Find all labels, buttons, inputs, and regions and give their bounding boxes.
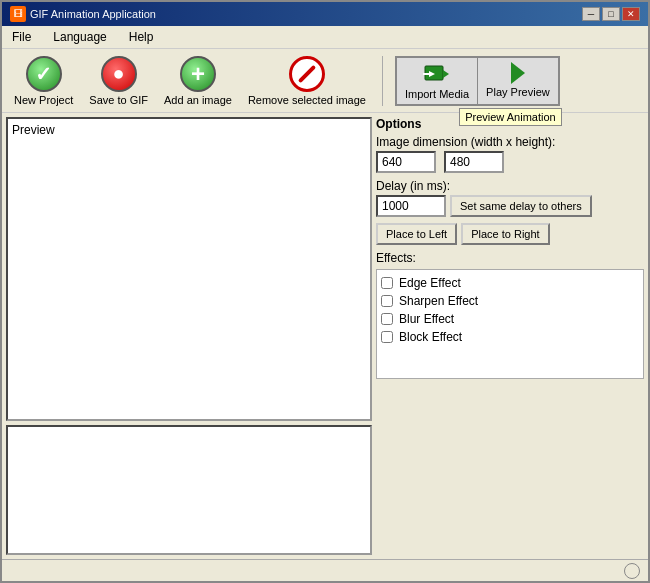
block-effect-label: Block Effect (399, 330, 462, 344)
play-preview-label: Play Preview (486, 86, 550, 98)
block-effect-checkbox[interactable] (381, 331, 393, 343)
window-title: GIF Animation Application (30, 8, 156, 20)
app-icon: 🎞 (10, 6, 26, 22)
dimension-row (376, 151, 644, 173)
title-controls: ─ □ ✕ (582, 7, 640, 21)
blur-effect-checkbox[interactable] (381, 313, 393, 325)
edge-effect-checkbox[interactable] (381, 277, 393, 289)
remove-image-label: Remove selected image (248, 94, 366, 106)
new-project-button[interactable]: ✓ New Project (10, 54, 77, 108)
place-right-button[interactable]: Place to Right (461, 223, 549, 245)
title-bar: 🎞 GIF Animation Application ─ □ ✕ (2, 2, 648, 26)
import-preview-group: Import Media Play Preview (395, 56, 560, 106)
menu-bar: File Language Help (2, 26, 648, 49)
list-item: Edge Effect (381, 274, 639, 292)
right-panel: Options Image dimension (width x height)… (376, 117, 644, 555)
close-button[interactable]: ✕ (622, 7, 640, 21)
import-media-button[interactable]: Import Media (397, 58, 478, 104)
save-icon: ● (101, 56, 137, 92)
svg-marker-1 (443, 70, 449, 78)
effects-label: Effects: (376, 251, 644, 265)
effects-list: Edge Effect Sharpen Effect Blur Effect B… (376, 269, 644, 379)
status-icon (624, 563, 640, 579)
delay-input[interactable] (376, 195, 446, 217)
menu-file[interactable]: File (6, 28, 37, 46)
filmstrip-area (6, 425, 372, 555)
play-preview-icon (511, 62, 525, 84)
sharpen-effect-checkbox[interactable] (381, 295, 393, 307)
list-item: Blur Effect (381, 310, 639, 328)
import-media-icon (423, 62, 451, 86)
add-image-label: Add an image (164, 94, 232, 106)
height-input[interactable] (444, 151, 504, 173)
delay-label: Delay (in ms): (376, 179, 644, 193)
status-bar (2, 559, 648, 581)
left-panel: Preview (6, 117, 372, 555)
remove-image-button[interactable]: Remove selected image (244, 54, 370, 108)
play-preview-button[interactable]: Play Preview (478, 58, 558, 104)
options-section: Options Image dimension (width x height)… (376, 117, 644, 379)
place-left-button[interactable]: Place to Left (376, 223, 457, 245)
delay-row: Set same delay to others (376, 195, 644, 217)
width-input[interactable] (376, 151, 436, 173)
add-image-icon: + (180, 56, 216, 92)
title-bar-left: 🎞 GIF Animation Application (10, 6, 156, 22)
list-item: Block Effect (381, 328, 639, 346)
minimize-button[interactable]: ─ (582, 7, 600, 21)
set-delay-button[interactable]: Set same delay to others (450, 195, 592, 217)
main-window: 🎞 GIF Animation Application ─ □ ✕ File L… (0, 0, 650, 583)
preview-label: Preview (12, 123, 366, 137)
dimension-label: Image dimension (width x height): (376, 135, 644, 149)
place-row: Place to Left Place to Right (376, 223, 644, 245)
save-to-gif-label: Save to GIF (89, 94, 148, 106)
remove-image-icon (289, 56, 325, 92)
menu-help[interactable]: Help (123, 28, 160, 46)
menu-language[interactable]: Language (47, 28, 112, 46)
toolbar-separator (382, 56, 383, 106)
add-image-button[interactable]: + Add an image (160, 54, 236, 108)
toolbar: ✓ New Project ● Save to GIF + Add an ima… (2, 49, 648, 113)
blur-effect-label: Blur Effect (399, 312, 454, 326)
sharpen-effect-label: Sharpen Effect (399, 294, 478, 308)
save-to-gif-button[interactable]: ● Save to GIF (85, 54, 152, 108)
main-content: Preview Options Image dimension (width x… (2, 113, 648, 559)
preview-area: Preview (6, 117, 372, 421)
list-item: Sharpen Effect (381, 292, 639, 310)
preview-animation-tooltip: Preview Animation (459, 108, 562, 126)
new-project-label: New Project (14, 94, 73, 106)
new-project-icon: ✓ (26, 56, 62, 92)
import-media-label: Import Media (405, 88, 469, 100)
maximize-button[interactable]: □ (602, 7, 620, 21)
edge-effect-label: Edge Effect (399, 276, 461, 290)
